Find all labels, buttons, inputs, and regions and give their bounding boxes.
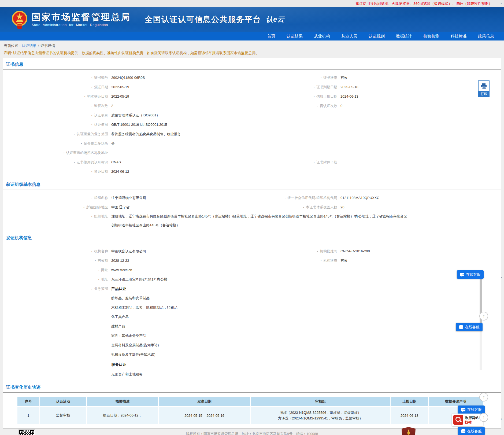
history-section-title: 证书变化历史轨迹 bbox=[6, 385, 40, 389]
cell-report-date: 2024-06-13 bbox=[390, 407, 428, 424]
org-address-label: 组织地址 bbox=[3, 212, 108, 221]
cert-status-label: 证书状态 bbox=[232, 75, 337, 80]
cell-date: 2024-05-15 -- 2024-05-16 bbox=[158, 407, 250, 424]
cell-summary: 换证日期：2024-06-12； bbox=[87, 407, 159, 424]
org-name-cn: 国家市场监督管理总局 bbox=[32, 12, 131, 22]
scroll-up-arrow-icon[interactable]: ▲ bbox=[500, 2, 502, 5]
report-date-value: 2024-06-13 bbox=[340, 94, 358, 98]
scope-item: 纺织品、服装和皮革制品 bbox=[111, 293, 177, 303]
back-to-top-button[interactable]: ↑ bbox=[479, 312, 488, 320]
renewal-date-label: 换证日期 bbox=[3, 169, 108, 174]
nav-item-inspection[interactable]: 检验检测 bbox=[418, 32, 445, 40]
agency-address-label: 地址 bbox=[3, 277, 108, 282]
agency-name-label: 机构名称 bbox=[3, 249, 108, 254]
history-section-head: 证书变化历史轨迹 bbox=[3, 381, 501, 393]
breadcrumb-current: 证书详情 bbox=[40, 44, 55, 48]
browser-suggestion-bar: 建议使用谷歌浏览器、火狐浏览器、360浏览器（极速模式）、IE9+（非兼容性视图… bbox=[0, 0, 504, 7]
online-service-label: 在线客服 bbox=[467, 429, 482, 434]
footer-line1: 版权所有：国家市场监督管理总局 地址：北京市海淀区马甸东路9号 邮编：10008… bbox=[0, 431, 504, 435]
org-name-block: 国家市场监督管理总局 State Administration for Mark… bbox=[32, 12, 131, 27]
org-name-en: State Administration for Market Regulati… bbox=[32, 23, 131, 27]
auditor-line: 张梅（2023-N1QMS-3225596，审核员，监督审核） bbox=[251, 410, 390, 415]
cert-status-value: 有效 bbox=[340, 75, 347, 80]
breadcrumb-link-cert-results[interactable]: 认证结果 bbox=[22, 44, 36, 48]
right-column-spacer bbox=[232, 110, 490, 157]
chat-bubble-icon bbox=[461, 429, 465, 433]
magnifier-error-icon bbox=[453, 415, 463, 425]
online-service-label: 在线客服 bbox=[465, 325, 480, 330]
history-header-row: 序号 认证活动 概要描述 发生日期 审核组 上报日期 数据修改声明 bbox=[17, 396, 483, 407]
scope-group-service: 服务认证 bbox=[111, 359, 177, 370]
agency-website-value: www.ztccc.cn bbox=[111, 268, 132, 272]
col-activity: 认证活动 bbox=[40, 396, 87, 407]
nav-item-tech-standards[interactable]: 科技标准 bbox=[445, 32, 472, 40]
cert-basis-value: GB/T 19001-2016 idt ISO9001:2015 bbox=[111, 123, 167, 127]
agency-approval-label: 机构批准号 bbox=[232, 249, 337, 254]
qr-position-marker bbox=[19, 430, 23, 434]
nav-item-cert-results[interactable]: 认证结果 bbox=[281, 32, 308, 40]
org-info-body: 组织名称辽宁德晟物业有限公司 所在国别/地区中国 辽宁省 组织地址注册地址：辽宁… bbox=[3, 190, 501, 232]
scope-item: 化工类产品 bbox=[111, 312, 177, 322]
scope-group-product: 产品认证 bbox=[111, 284, 177, 293]
agency-info-right-column: 机构批准号CNCA-R-2016-290 机构状态有效 bbox=[232, 246, 490, 265]
page-footer: 国家认监委微信 版权所有：国家市场监督管理总局 地址：北京市海淀区马甸东路9号 … bbox=[0, 429, 504, 435]
online-service-button[interactable]: 在线客服 bbox=[457, 270, 484, 279]
disclaimer-notice: 声明: 认证结果信息由颁发证书的认证机构提供，数据的真实性、准确性由认证机构负责… bbox=[0, 49, 504, 58]
scope-item: 木材和木制品；纸浆、纸和纸制品，印刷品 bbox=[111, 303, 177, 312]
back-to-top-button[interactable]: ↑ bbox=[479, 413, 488, 422]
chat-bubble-icon bbox=[459, 325, 463, 329]
scope-item: 家具；其他未分类产品 bbox=[111, 331, 177, 340]
org-people-covered-value: 20 bbox=[340, 205, 344, 209]
online-service-button[interactable]: 在线客服 bbox=[456, 323, 483, 331]
nav-item-procurement[interactable]: 政采信息 bbox=[472, 32, 500, 40]
breadcrumb: 当前位置：认证结果/证书详情 bbox=[0, 40, 504, 49]
org-section-head: 获证组织基本信息 bbox=[3, 178, 501, 190]
nav-item-home[interactable]: 首页 bbox=[262, 32, 281, 40]
back-to-top-button[interactable]: ↑ bbox=[479, 393, 488, 401]
org-credit-code-value: 91211103MA10QPUXXC bbox=[340, 196, 379, 200]
first-issue-date-value: 2022-05-19 bbox=[111, 94, 129, 98]
agency-address-value: 东三环路二段宝耳路2号第1号办公楼 bbox=[111, 277, 167, 282]
accreditation-mark-label: 证书使用的认可标识 bbox=[3, 160, 108, 165]
cell-audit-group: 张梅（2023-N1QMS-3225596，审核员，监督审核） 方译萱（2023… bbox=[250, 407, 390, 424]
col-report-date: 上报日期 bbox=[390, 396, 428, 407]
gov-site-error-report-button[interactable]: 政府网站 找错 bbox=[452, 414, 483, 426]
qr-position-marker bbox=[30, 430, 34, 434]
header-divider bbox=[138, 13, 138, 26]
cert-basis-label: 认证依据 bbox=[3, 122, 108, 127]
recert-count-value: 0 bbox=[340, 104, 342, 108]
nav-item-cert-rules[interactable]: 认证规则 bbox=[363, 32, 390, 40]
org-region-label: 所在国别/地区 bbox=[3, 205, 108, 210]
expiry-date-value: 2025-05-18 bbox=[340, 85, 358, 89]
print-button[interactable]: 打印 bbox=[478, 80, 490, 97]
nav-item-agencies[interactable]: 从业机构 bbox=[308, 32, 336, 40]
main-nav: 首页 认证结果 从业机构 从业人员 认证规则 数据统计 检验检测 科技标准 政采… bbox=[0, 32, 504, 40]
issue-date-value: 2022-05-19 bbox=[111, 85, 129, 89]
business-scope-label: 认证覆盖的业务范围 bbox=[3, 132, 108, 137]
badge-flame-icon bbox=[407, 429, 410, 435]
certificate-detail-page: 建议使用谷歌浏览器、火狐浏览器、360浏览器（极速模式）、IE9+（非兼容性视图… bbox=[0, 0, 504, 435]
org-region-value: 中国 辽宁省 bbox=[111, 205, 130, 210]
main-panel: 证书信息 证书编号29024Q11800-06R0S 颁证日期2022-05-1… bbox=[3, 58, 501, 429]
gov-site-label: 政府网站 bbox=[465, 415, 479, 420]
online-service-button[interactable]: 在线客服 bbox=[458, 405, 485, 414]
online-service-button[interactable]: 在线客服 bbox=[458, 427, 485, 435]
recert-count-label: 再认证次数 bbox=[232, 104, 337, 108]
scope-item: 无形资产和土地服务 bbox=[111, 370, 177, 379]
attachment-download-label[interactable]: 证书附件下载 bbox=[232, 160, 337, 165]
renewal-date-value: 2024-06-12 bbox=[111, 169, 129, 174]
ren-e-yun-logo: 认e云 bbox=[266, 15, 284, 24]
agency-status-value: 有效 bbox=[340, 258, 347, 263]
col-data-modification: 数据修改声明 bbox=[428, 396, 483, 407]
history-table: 序号 认证活动 概要描述 发生日期 审核组 上报日期 数据修改声明 1 监督审核… bbox=[17, 396, 483, 425]
agency-scope-list: 产品认证 纺织品、服装和皮革制品 木材和木制品；纸浆、纸和纸制品，印刷品 化工类… bbox=[111, 284, 177, 379]
nav-item-data-stats[interactable]: 数据统计 bbox=[390, 32, 418, 40]
nav-item-personnel[interactable]: 从业人员 bbox=[336, 32, 363, 40]
agency-validity-label: 有效期 bbox=[3, 258, 108, 263]
history-row: 1 监督审核 换证日期：2024-06-12； 2024-05-15 -- 20… bbox=[17, 407, 483, 424]
org-address-value: 注册地址：辽宁省盘锦市兴隆台区创新街道丰裕社区泰山路145号（客运站楼）/经营地… bbox=[111, 212, 407, 230]
chat-bubble-icon bbox=[460, 273, 464, 276]
agency-scope-label: 业务范围 bbox=[3, 284, 108, 379]
org-name-label: 组织名称 bbox=[3, 196, 108, 200]
supervision-count-value: 2 bbox=[111, 104, 113, 108]
